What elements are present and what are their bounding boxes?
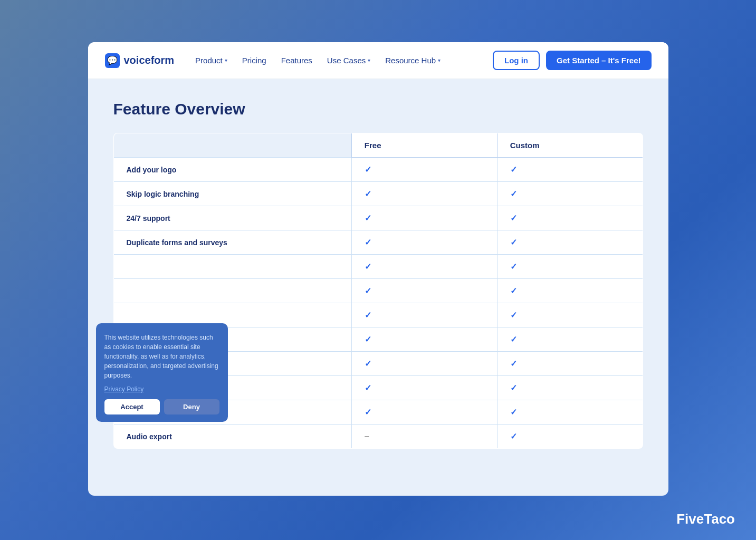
feature-name-cell: Audio export — [113, 425, 351, 449]
check-icon: ✓ — [510, 165, 517, 174]
custom-check-cell: ✓ — [497, 376, 643, 400]
table-row: ✓✓ — [113, 255, 643, 279]
custom-check-cell: ✓ — [497, 303, 643, 327]
logo-icon: 💬 — [105, 53, 120, 68]
nav-resource-hub[interactable]: Resource Hub ▾ — [385, 56, 441, 65]
header-actions: Log in Get Started – It's Free! — [493, 51, 651, 70]
custom-check-cell: ✓ — [497, 352, 643, 376]
free-check-cell: ✓ — [351, 206, 497, 230]
feature-name-cell: 24/7 support — [113, 206, 351, 230]
custom-check-cell: ✓ — [497, 182, 643, 206]
page-title: Feature Overview — [113, 100, 643, 118]
check-icon: ✓ — [510, 262, 517, 271]
feature-name-cell — [113, 279, 351, 303]
check-icon: ✓ — [510, 189, 517, 198]
accept-button[interactable]: Accept — [104, 399, 160, 414]
get-started-button[interactable]: Get Started – It's Free! — [546, 51, 651, 70]
free-check-cell: ✓ — [351, 279, 497, 303]
deny-button[interactable]: Deny — [164, 399, 219, 414]
dash-icon: – — [365, 432, 369, 441]
chevron-down-icon: ▾ — [368, 57, 370, 63]
check-icon: ✓ — [510, 311, 517, 320]
cookie-buttons: Accept Deny — [104, 399, 219, 414]
table-row: 24/7 support✓✓ — [113, 206, 643, 230]
nav-use-cases[interactable]: Use Cases ▾ — [327, 56, 370, 65]
check-icon: ✓ — [510, 408, 517, 417]
free-check-cell: ✓ — [351, 327, 497, 352]
cookie-text: This website utilizes technologies such … — [104, 333, 219, 380]
table-row: Skip logic branching✓✓ — [113, 182, 643, 206]
check-icon: ✓ — [365, 262, 371, 271]
col-custom-header: Custom — [497, 133, 643, 158]
check-icon: ✓ — [365, 359, 371, 368]
main-nav: Product ▾ Pricing Features Use Cases ▾ R… — [195, 56, 493, 65]
custom-check-cell: ✓ — [497, 206, 643, 230]
check-icon: ✓ — [510, 238, 517, 247]
nav-features[interactable]: Features — [281, 56, 312, 65]
chevron-down-icon: ▾ — [438, 57, 441, 63]
check-icon: ✓ — [365, 238, 371, 247]
check-icon: ✓ — [510, 335, 517, 344]
custom-check-cell: ✓ — [497, 255, 643, 279]
chevron-down-icon: ▾ — [225, 57, 227, 63]
free-check-cell: – — [351, 425, 497, 449]
free-check-cell: ✓ — [351, 376, 497, 400]
free-check-cell: ✓ — [351, 352, 497, 376]
custom-check-cell: ✓ — [497, 279, 643, 303]
check-icon: ✓ — [365, 408, 371, 417]
login-button[interactable]: Log in — [493, 51, 540, 70]
free-check-cell: ✓ — [351, 182, 497, 206]
free-check-cell: ✓ — [351, 255, 497, 279]
check-icon: ✓ — [365, 335, 371, 344]
feature-name-cell: Duplicate forms and surveys — [113, 230, 351, 255]
check-icon: ✓ — [365, 165, 371, 174]
check-icon: ✓ — [510, 432, 517, 441]
logo[interactable]: 💬 voiceform — [105, 53, 175, 68]
custom-check-cell: ✓ — [497, 425, 643, 449]
check-icon: ✓ — [365, 189, 371, 198]
table-row: ✓✓ — [113, 279, 643, 303]
privacy-policy-link[interactable]: Privacy Policy — [104, 385, 219, 393]
table-row: Add your logo✓✓ — [113, 158, 643, 182]
nav-pricing[interactable]: Pricing — [242, 56, 266, 65]
col-feature-header — [113, 133, 351, 158]
col-free-header: Free — [351, 133, 497, 158]
free-check-cell: ✓ — [351, 303, 497, 327]
custom-check-cell: ✓ — [497, 158, 643, 182]
check-icon: ✓ — [365, 383, 371, 392]
check-icon: ✓ — [365, 311, 371, 320]
check-icon: ✓ — [510, 214, 517, 223]
free-check-cell: ✓ — [351, 400, 497, 425]
nav-product[interactable]: Product ▾ — [195, 56, 227, 65]
logo-text: voiceform — [124, 54, 175, 66]
check-icon: ✓ — [510, 383, 517, 392]
check-icon: ✓ — [510, 359, 517, 368]
fivetaco-watermark: FiveTaco — [676, 511, 735, 527]
table-row: Duplicate forms and surveys✓✓ — [113, 230, 643, 255]
free-check-cell: ✓ — [351, 230, 497, 255]
cookie-banner: This website utilizes technologies such … — [96, 323, 228, 422]
check-icon: ✓ — [365, 214, 371, 223]
custom-check-cell: ✓ — [497, 400, 643, 425]
check-icon: ✓ — [365, 286, 371, 295]
feature-name-cell: Skip logic branching — [113, 182, 351, 206]
custom-check-cell: ✓ — [497, 230, 643, 255]
table-row: Audio export–✓ — [113, 425, 643, 449]
free-check-cell: ✓ — [351, 158, 497, 182]
feature-name-cell: Add your logo — [113, 158, 351, 182]
check-icon: ✓ — [510, 286, 517, 295]
feature-name-cell — [113, 255, 351, 279]
page-container: 💬 voiceform Product ▾ Pricing Features U… — [88, 42, 668, 496]
custom-check-cell: ✓ — [497, 327, 643, 352]
header: 💬 voiceform Product ▾ Pricing Features U… — [88, 42, 668, 79]
